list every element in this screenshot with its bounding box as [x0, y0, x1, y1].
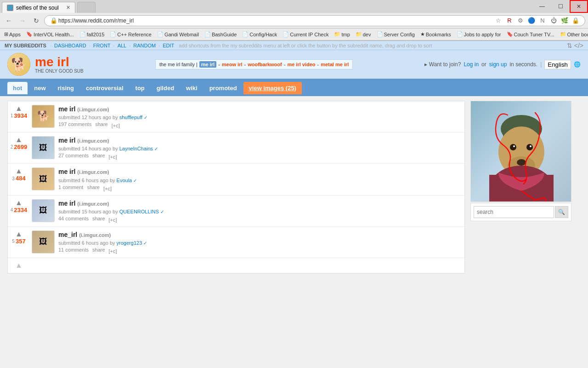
tab-close-button[interactable]: ✕ — [66, 5, 70, 11]
extension-icon-6[interactable]: 🌿 — [560, 16, 569, 25]
post-domain-3: (i.imgur.com) — [77, 169, 109, 175]
minimize-button[interactable]: — — [533, 0, 551, 13]
bookmark-icon-5: 📄 — [204, 31, 211, 37]
bookmark-gandi[interactable]: 📄 Gandi Webmail — [156, 31, 200, 38]
post-title-4[interactable]: me irl (i.imgur.com) — [58, 199, 461, 207]
post-title-3[interactable]: me irl (i.imgur.com) — [58, 167, 461, 176]
post-actions-5: 11 comments share [+c] — [58, 247, 461, 254]
expando-4[interactable]: [+c] — [109, 217, 117, 223]
bookmark-fall2015[interactable]: 📄 fall2015 — [78, 31, 106, 38]
post-user-1[interactable]: shufflepuff — [119, 115, 142, 120]
bookmark-icon-2: 📄 — [79, 31, 86, 37]
edit-link[interactable]: EDIT — [163, 43, 174, 48]
bookmark-tmp[interactable]: 📁 tmp — [333, 31, 351, 38]
bookmark-ip-check[interactable]: 📄 Current IP Check — [281, 31, 330, 38]
random-link[interactable]: RANDOM — [133, 43, 156, 48]
upvote-button-2[interactable]: ▲ — [15, 136, 23, 144]
post-user-5[interactable]: yrogerg123 — [117, 240, 142, 246]
tab-hot[interactable]: hot — [7, 82, 28, 94]
extension-icon-5[interactable]: ⏻ — [549, 16, 558, 25]
tab-view-images[interactable]: view images (25) — [243, 82, 302, 94]
thumbnail-3[interactable]: 🖼 — [32, 167, 55, 190]
comments-link-1[interactable]: 197 comments — [58, 121, 91, 128]
bookmark-apps[interactable]: ⊞ Apps — [3, 31, 22, 38]
tab-new[interactable]: new — [28, 82, 51, 94]
expando-2[interactable]: [+c] — [109, 154, 117, 160]
dashboard-link[interactable]: DASHBOARD — [54, 43, 86, 48]
thumbnail-1[interactable]: 🐕 — [32, 105, 55, 128]
bookmark-bash[interactable]: 📄 BashGuide — [203, 31, 238, 38]
upvote-button-6[interactable]: ▲ — [15, 262, 23, 269]
family-link-video[interactable]: me irl video — [287, 62, 315, 67]
front-link[interactable]: FRONT — [93, 43, 111, 48]
post-user-3[interactable]: Evoula — [117, 178, 132, 183]
bookmark-other[interactable]: 📁 Other bookmarks — [559, 31, 588, 38]
bookmark-star-icon[interactable]: ☆ — [494, 16, 503, 25]
expando-3[interactable]: [+c] — [103, 186, 112, 191]
tab-top[interactable]: top — [130, 82, 150, 94]
family-link-me-irl[interactable]: me irl — [199, 61, 216, 68]
back-button[interactable]: ← — [3, 15, 15, 27]
share-link-4[interactable]: share — [92, 216, 105, 223]
sort-icons: ⇅ </> — [567, 42, 583, 49]
bookmark-server[interactable]: 📄 Server Config — [375, 31, 416, 38]
bookmark-couch[interactable]: 🔖 Couch Tuner TV... — [505, 31, 556, 38]
family-link-woof[interactable]: woofbarkwoof — [248, 62, 282, 67]
close-window-button[interactable]: ✕ — [570, 0, 588, 13]
tab-rising[interactable]: rising — [52, 82, 79, 94]
share-link-5[interactable]: share — [92, 247, 105, 254]
family-link-meow[interactable]: meow irl — [222, 62, 243, 67]
expando-1[interactable]: [+c] — [112, 123, 120, 128]
tab-controversial[interactable]: controversial — [80, 82, 129, 94]
thumbnail-4[interactable]: 🖼 — [32, 199, 55, 222]
signup-link[interactable]: sign up — [489, 61, 507, 68]
bookmark-cpp[interactable]: 📄 C++ Reference — [108, 31, 153, 38]
search-input[interactable] — [474, 206, 554, 218]
post-title-1[interactable]: me irl (i.imgur.com) — [58, 105, 461, 113]
thumbnail-2[interactable]: 🖼 — [32, 136, 55, 159]
active-tab[interactable]: 🌐 selfies of the soul ✕ — [2, 2, 75, 13]
share-link-3[interactable]: share — [87, 184, 100, 191]
maximize-button[interactable]: ☐ — [551, 0, 570, 13]
comments-link-4[interactable]: 44 comments — [58, 216, 89, 223]
upvote-button-3[interactable]: ▲ — [15, 167, 23, 175]
share-link-1[interactable]: share — [95, 121, 108, 128]
login-link[interactable]: Log in — [464, 61, 479, 68]
tab-gilded[interactable]: gilded — [151, 82, 180, 94]
comments-link-5[interactable]: 11 comments — [58, 247, 89, 254]
search-button[interactable]: 🔍 — [555, 206, 568, 218]
expando-5[interactable]: [+c] — [109, 248, 117, 254]
bookmark-jobs[interactable]: 📄 Jobs to apply for — [455, 31, 503, 38]
post-user-4[interactable]: QUEENROLLINS — [119, 209, 159, 214]
share-link-2[interactable]: share — [92, 153, 105, 160]
thumbnail-5[interactable]: 🖼 — [32, 230, 55, 253]
extension-icon-3[interactable]: 🔵 — [527, 16, 536, 25]
url-text[interactable]: https://www.reddit.com/r/me_irl — [58, 17, 494, 24]
extension-icon-7[interactable]: 🔒 — [571, 16, 580, 25]
rank-5: 5 — [12, 239, 15, 244]
reload-button[interactable]: ↻ — [30, 15, 42, 27]
tab-promoted[interactable]: promoted — [204, 82, 243, 94]
bookmark-bookmarks[interactable]: ★ Bookmarks — [419, 31, 452, 38]
family-link-metal[interactable]: metal me irl — [321, 62, 349, 67]
extension-icon-4[interactable]: N — [538, 16, 547, 25]
all-link[interactable]: ALL — [118, 43, 127, 48]
comments-link-2[interactable]: 27 comments — [58, 153, 89, 160]
bookmark-config[interactable]: 📄 Config/Hack — [241, 31, 278, 38]
language-button[interactable]: English — [544, 60, 571, 69]
bookmark-intervol[interactable]: 🔖 InterVOL Health... — [25, 31, 75, 38]
inactive-tab[interactable] — [77, 2, 96, 13]
forward-button[interactable]: → — [17, 15, 28, 27]
upvote-button-1[interactable]: ▲ — [15, 105, 23, 112]
extension-icon-1[interactable]: R — [505, 16, 514, 25]
upvote-button-5[interactable]: ▲ — [15, 230, 23, 238]
comments-link-3[interactable]: 1 comment — [58, 184, 83, 191]
post-rank-vote-6: ▲ — [10, 262, 28, 269]
upvote-button-4[interactable]: ▲ — [15, 199, 23, 207]
post-user-2[interactable]: LayneInChains — [119, 146, 153, 151]
tab-wiki[interactable]: wiki — [181, 82, 203, 94]
post-title-2[interactable]: me irl (i.imgur.com) — [58, 136, 461, 144]
extension-icon-2[interactable]: ⚙ — [516, 16, 525, 25]
bookmark-dev[interactable]: 📁 dev — [354, 31, 373, 38]
post-title-5[interactable]: me_irl (i.imgur.com) — [58, 230, 461, 239]
